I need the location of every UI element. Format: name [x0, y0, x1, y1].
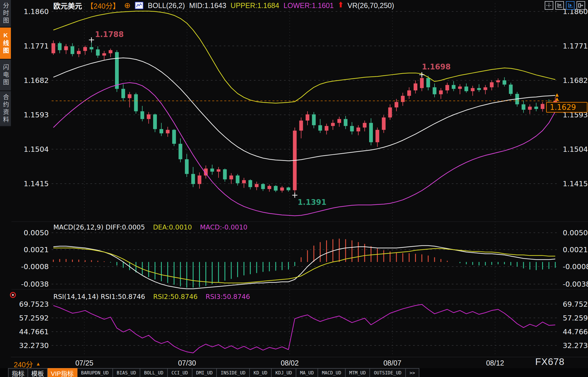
y-tick-label: 44.7661: [19, 328, 49, 336]
boll-mid-value: MID:1.1643: [189, 1, 226, 10]
chart-header: 欧元美元 【240分】 ⊕ BOLL(26,2) MID:1.1643 UPPE…: [53, 1, 394, 10]
x-axis: 240分 ▲ 07/2507/3008/0208/0708/12: [11, 357, 588, 368]
tab-outside_ud[interactable]: OUTSIDE_UD: [370, 368, 406, 377]
y-tick-label: 57.2592: [19, 314, 49, 322]
y-tick-label: 1.1860: [24, 7, 49, 16]
candlestick-layer: [52, 39, 557, 193]
y-tick-label: 1.1504: [24, 145, 49, 153]
y-tick-label: 32.2730: [19, 341, 49, 350]
y-tick-label: 69.7523: [19, 300, 49, 308]
y-tick-label: 1.1682: [24, 76, 49, 85]
symbol-title: 欧元美元: [53, 0, 82, 11]
y-tick-label: 1.1771: [563, 42, 588, 50]
timeframe-indicator[interactable]: 240分 ▲: [14, 359, 41, 369]
boll-indicator-label: BOLL(26,2): [148, 1, 185, 10]
period-label[interactable]: 【240分】: [86, 0, 120, 11]
last-price-value: 1.1629: [550, 103, 576, 112]
chart-toolbar: [545, 1, 585, 10]
tab-kdj_ud[interactable]: KDJ_UD: [272, 368, 296, 377]
y-tick-label: 0.0021: [24, 246, 49, 254]
boll-upper-value: UPPER:1.1684: [231, 1, 279, 10]
price-annotation: 1.1391: [298, 198, 326, 207]
y-tick-label: 0.0050: [563, 229, 588, 237]
x-tick-08/12: 08/12: [486, 359, 504, 367]
line-boll-mid: [53, 58, 555, 161]
macd-header: MACD(26,12,9) DIFF:0.0005DEA:0.0010MACD:…: [53, 224, 248, 231]
x-tick-08/07: 08/07: [383, 359, 402, 367]
chart-canvas[interactable]: 1.18601.18601.17711.17711.16821.16821.15…: [0, 0, 588, 357]
y-tick-label: 69.7523: [563, 300, 588, 308]
rsi-header: RSI(14,14,14) RSI1:50.8746RSI2:50.8746RS…: [53, 293, 250, 300]
trading-chart-window: 1.18601.18601.17711.17711.16821.16821.15…: [0, 0, 588, 377]
exit-chart-icon[interactable]: [577, 1, 585, 10]
line-boll-lower: [53, 83, 555, 216]
y-tick-label: 57.2592: [563, 314, 588, 322]
macd-histogram: [53, 239, 555, 288]
timeframe-caret-icon: ▲: [36, 361, 41, 367]
alert-dot-icon: [12, 294, 14, 296]
vertical-gridlines: [84, 3, 495, 356]
tab-vip指标[interactable]: VIP指标: [48, 368, 77, 377]
y-tick-label: 0.0021: [563, 246, 588, 254]
trend-up-arrow-icon: [338, 1, 343, 10]
tab-boll_ud[interactable]: BOLL_UD: [140, 368, 168, 377]
tab-macd_ud[interactable]: MACD_UD: [318, 368, 345, 377]
tab-kd_ud[interactable]: KD_UD: [250, 368, 272, 377]
pan-crosshair-icon[interactable]: [545, 1, 553, 10]
sidebar: 分时图K线图闪电图合约资料: [0, 0, 11, 127]
y-tick-label: 1.1771: [24, 42, 49, 50]
y-tick-label: -0.0008: [563, 263, 588, 271]
tab-指标[interactable]: 指标: [8, 368, 28, 377]
tab-cci_ud[interactable]: CCI_UD: [168, 368, 192, 377]
tab-模板[interactable]: 模板: [28, 368, 48, 377]
rsi-line: [53, 304, 555, 353]
y-tick-label: -0.0008: [21, 263, 49, 271]
add-indicator-icon[interactable]: ⊕: [124, 2, 131, 9]
tab-inside_ud[interactable]: INSIDE_UD: [217, 368, 250, 377]
tab-bias_ud[interactable]: BIAS_UD: [113, 368, 140, 377]
tab-dmi_ud[interactable]: DMI_UD: [192, 368, 217, 377]
x-tick-07/25: 07/25: [75, 359, 94, 367]
tab-ma_ud[interactable]: MA_UD: [296, 368, 318, 377]
y-tick-label: 1.1504: [563, 145, 588, 153]
vr-indicator-label: VR(26,70,250): [348, 1, 394, 10]
y-tick-label: 32.2730: [563, 341, 588, 350]
boll-lower-value: LOWER:1.1601: [283, 1, 334, 10]
y-tick-label: 1.1682: [563, 76, 588, 85]
y-tick-label: 1.1415: [563, 180, 588, 188]
tab-barupdn_ud[interactable]: BARUPDN_UD: [77, 368, 113, 377]
sidebar-item-3[interactable]: 闪电图: [0, 60, 11, 91]
timeframe-label: 240分: [14, 359, 33, 369]
tab->>[interactable]: >>: [406, 368, 419, 377]
axis-scale-icon[interactable]: [555, 1, 564, 10]
indicator-tab-bar: 指标模板VIP指标BARUPDN_UDBIAS_UDBOLL_UDCCI_UDD…: [0, 368, 588, 377]
macd-line-diff: [53, 246, 555, 289]
x-tick-07/30: 07/30: [178, 359, 196, 367]
price-alert-arrow-icon: ▲: [555, 92, 559, 97]
chart-style-icon[interactable]: [135, 2, 143, 9]
sidebar-item-2[interactable]: K线图: [0, 28, 11, 60]
y-tick-label: 1.1415: [24, 180, 49, 188]
y-tick-label: -0.0038: [21, 280, 49, 288]
price-annotation: 1.1788: [95, 30, 124, 39]
y-tick-label: 1.1593: [24, 111, 49, 119]
sidebar-item-1[interactable]: 分时图: [0, 0, 11, 28]
y-tick-label: -0.0038: [563, 280, 588, 288]
price-annotation: 1.1698: [422, 63, 451, 71]
x-tick-08/02: 08/02: [281, 359, 299, 367]
y-tick-label: 0.0050: [24, 229, 49, 237]
y-tick-label: 44.7661: [563, 328, 588, 336]
tab-mtm_ud[interactable]: MTM_UD: [346, 368, 370, 377]
sidebar-item-4[interactable]: 合约资料: [0, 91, 11, 127]
axis-play-icon[interactable]: [566, 1, 575, 10]
